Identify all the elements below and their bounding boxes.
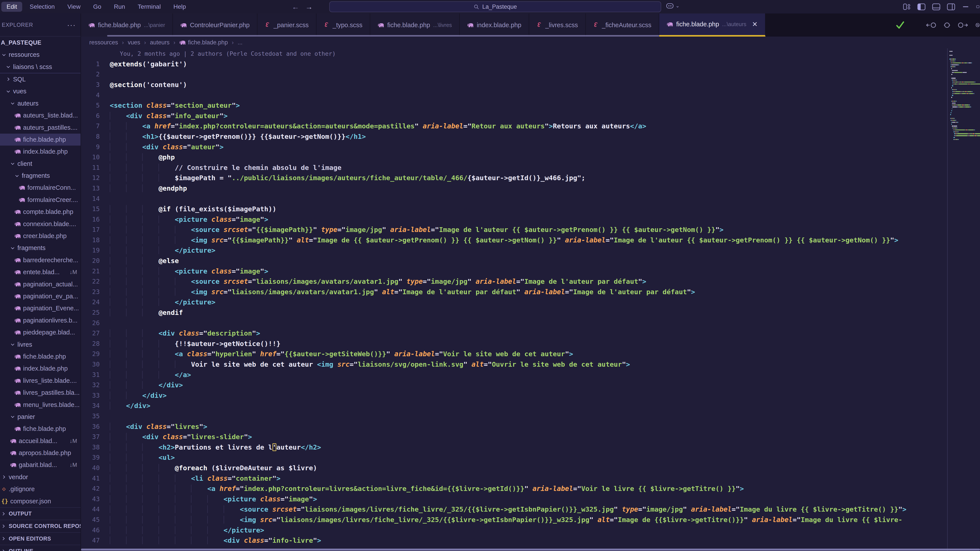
- code-line-6[interactable]: 6<div class="info_auteur">: [81, 111, 980, 121]
- window-partial-icon[interactable]: [976, 3, 980, 10]
- minimize-icon[interactable]: [962, 3, 970, 11]
- file-.gitignore[interactable]: .gitignore: [0, 483, 81, 495]
- file-fiche.blade.php[interactable]: fiche.blade.php: [0, 351, 81, 362]
- folder-sql[interactable]: SQL: [0, 73, 81, 85]
- tab-fiche.blade.php[interactable]: fiche.blade.php ...\panier: [81, 13, 173, 37]
- check-icon[interactable]: [895, 20, 905, 30]
- code-line-8[interactable]: 8<h1>{{$auteur->getPrenom()}} {{$auteur-…: [81, 131, 980, 142]
- file-fiche.blade.php[interactable]: fiche.blade.php: [0, 423, 81, 435]
- tab-ControleurPanier.php[interactable]: ControleurPanier.php: [173, 13, 258, 37]
- code-line-16[interactable]: 16<picture class="image">: [81, 214, 980, 225]
- code-line-42[interactable]: 42<a href="index.php?controleur=livres&a…: [81, 483, 980, 494]
- folder-auteurs[interactable]: auteurs: [0, 97, 81, 110]
- code-line-47[interactable]: 47<div class="info-livre">: [81, 535, 980, 546]
- folder-panier[interactable]: panier: [0, 411, 81, 423]
- panel-outline[interactable]: OUTLINE: [0, 545, 81, 551]
- code-line-2[interactable]: 2: [81, 69, 980, 79]
- menu-help[interactable]: Help: [168, 2, 191, 12]
- breadcrumb-item[interactable]: vues: [128, 39, 140, 46]
- breadcrumb-item[interactable]: ...: [238, 39, 243, 46]
- file-livres-pastilles.bla...[interactable]: livres_pastilles.bla...: [0, 387, 81, 399]
- code-line-28[interactable]: 28{!!$auteur->getNotice()!!}: [81, 338, 980, 349]
- folder-fragments[interactable]: fragments: [0, 242, 81, 254]
- file-pagination-evene...[interactable]: pagination_Evene...: [0, 302, 81, 314]
- code-line-39[interactable]: 39<ul>: [81, 453, 980, 463]
- code-line-19[interactable]: 19</picture>: [81, 245, 980, 256]
- folder-vues[interactable]: vues: [0, 85, 81, 97]
- menu-terminal[interactable]: Terminal: [132, 2, 166, 12]
- horizontal-scrollbar[interactable]: [81, 549, 980, 551]
- tab-_ficheAuteur.scss[interactable]: _ficheAuteur.scss: [586, 13, 659, 37]
- code-line-11[interactable]: 11// Construire le chemin absolu de l'im…: [81, 162, 980, 173]
- menu-selection[interactable]: Selection: [24, 2, 60, 12]
- panel-source-control-reposi-[interactable]: SOURCE CONTROL REPOSI...: [0, 520, 81, 532]
- folder-livres[interactable]: livres: [0, 338, 81, 350]
- tab-scrollbar[interactable]: [107, 35, 659, 37]
- code-line-13[interactable]: 13@endphp: [81, 183, 980, 194]
- code-line-45[interactable]: 45<img src="liaisons/images/livres/fiche…: [81, 514, 980, 525]
- tab-fiche.blade.php[interactable]: fiche.blade.php ...\auteurs✕: [659, 13, 765, 37]
- breadcrumb-item[interactable]: fiche.blade.php: [179, 39, 228, 46]
- file-compte.blade.php[interactable]: compte.blade.php: [0, 206, 81, 218]
- minimap[interactable]: [947, 48, 980, 551]
- code-line-23[interactable]: 23<img src="liaisons/images/avatars/avat…: [81, 287, 980, 297]
- file-menu-livres.blade...[interactable]: menu_livres.blade...: [0, 399, 81, 411]
- code-line-27[interactable]: 27<div class="description">: [81, 328, 980, 338]
- code-line-31[interactable]: 31</a>: [81, 370, 980, 380]
- menu-go[interactable]: Go: [88, 2, 107, 12]
- tab-_livres.scss[interactable]: _livres.scss: [529, 13, 586, 37]
- file-creer.blade.php[interactable]: creer.blade.php: [0, 230, 81, 242]
- toggle-secondary-sidebar-icon[interactable]: [947, 3, 955, 10]
- customize-layout-icon[interactable]: [903, 3, 911, 10]
- code-line-18[interactable]: 18<img src="{{$imagePath}}" alt="Image d…: [81, 235, 980, 245]
- file-auteurs-pastilles....[interactable]: auteurs_pastilles....: [0, 121, 81, 133]
- file-auteurs-liste.blad...[interactable]: auteurs_liste.blad...: [0, 110, 81, 121]
- menu-edit[interactable]: Edit: [1, 2, 22, 12]
- breadcrumb-item[interactable]: ressources: [89, 39, 118, 46]
- code-line-26[interactable]: 26: [81, 318, 980, 328]
- tab-_typo.scss[interactable]: _typo.scss: [317, 13, 370, 37]
- breadcrumb[interactable]: ressources›vues›auteurs›fiche.blade.php›…: [81, 37, 947, 48]
- code-line-38[interactable]: 38<h2>Parutions et livres de l'auteur</h…: [81, 442, 980, 453]
- toggle-panel-icon[interactable]: [932, 3, 940, 10]
- file-formulairecreer....[interactable]: formulaireCreer....: [0, 194, 81, 206]
- code-line-3[interactable]: 3@section('contenu'): [81, 79, 980, 90]
- file-livres-liste.blade....[interactable]: livres_liste.blade....: [0, 375, 81, 387]
- code-line-34[interactable]: 34</div>: [81, 401, 980, 411]
- file-barrederecherche...[interactable]: barrederecherche...: [0, 254, 81, 266]
- nav-back-icon[interactable]: ←: [292, 3, 299, 11]
- breadcrumb-item[interactable]: auteurs: [150, 39, 169, 46]
- code-line-36[interactable]: 36<div class="livres">: [81, 421, 980, 432]
- code-line-20[interactable]: 20@else: [81, 256, 980, 266]
- folder-ressources[interactable]: ressources: [0, 49, 81, 61]
- code-line-9[interactable]: 9<div class="auteur">: [81, 142, 980, 152]
- n-circle-icon[interactable]: [975, 21, 980, 29]
- file-pieddepage.blad...[interactable]: pieddepage.blad...: [0, 326, 81, 338]
- code-line-4[interactable]: 4: [81, 90, 980, 100]
- file-fiche.blade.php[interactable]: fiche.blade.php: [0, 133, 81, 146]
- file-pagination-ev-pa...[interactable]: pagination_ev_pa...: [0, 290, 81, 302]
- toggle-primary-sidebar-icon[interactable]: [917, 3, 926, 10]
- code-line-7[interactable]: 7<a href="index.php?controleur=auteurs&a…: [81, 121, 980, 132]
- code-line-44[interactable]: 44<source srcset="liaisons/images/livres…: [81, 504, 980, 514]
- panel-output[interactable]: OUTPUT: [0, 507, 81, 520]
- code-line-24[interactable]: 24</picture>: [81, 297, 980, 308]
- file-accueil.blad...[interactable]: accueil.blad...↓M: [0, 435, 81, 447]
- code-line-12[interactable]: 12$imagePath = "../public/liaisons/image…: [81, 173, 980, 183]
- more-actions-icon[interactable]: ···: [67, 21, 76, 29]
- tab-index.blade.php[interactable]: index.blade.php: [460, 13, 529, 37]
- file-index.blade.php[interactable]: index.blade.php: [0, 146, 81, 157]
- code-line-29[interactable]: 29<a class="hyperlien" href="{{$auteur->…: [81, 349, 980, 359]
- file-apropos.blade.php[interactable]: apropos.blade.php: [0, 447, 81, 459]
- code-line-25[interactable]: 25@endif: [81, 307, 980, 318]
- code-line-5[interactable]: 5<section class="section_auteur">: [81, 100, 980, 111]
- command-center-search[interactable]: La_Pasteque: [329, 1, 661, 12]
- file-index.blade.php[interactable]: index.blade.php: [0, 362, 81, 375]
- code-line-41[interactable]: 41<li class="container">: [81, 473, 980, 484]
- code-line-37[interactable]: 37<div class="livres-slider">: [81, 432, 980, 442]
- close-icon[interactable]: ✕: [752, 20, 758, 28]
- code-line-17[interactable]: 17<source srcset="{{$imagePath}}" type="…: [81, 225, 980, 235]
- code-line-21[interactable]: 21<picture class="image">: [81, 266, 980, 276]
- code-line-40[interactable]: 40@foreach ($livreDeAuteur as $livre): [81, 463, 980, 473]
- folder-liaisons-scss[interactable]: liaisons \ scss: [0, 61, 81, 73]
